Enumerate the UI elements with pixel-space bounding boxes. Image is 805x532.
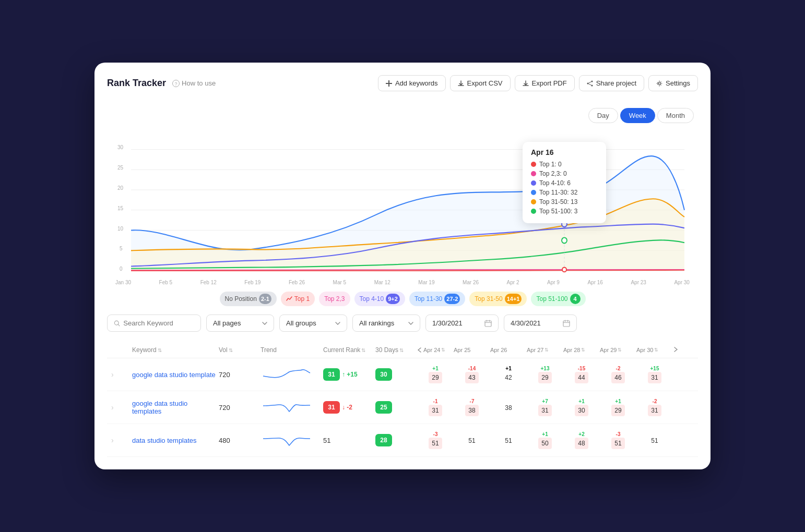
how-to-use-button[interactable]: ? How to use (172, 79, 216, 87)
days30-col-header[interactable]: 30 Days ⇅ (375, 346, 417, 354)
download-pdf-icon (523, 80, 529, 87)
table-row: › data studio templates 480 51 28 -3 51 (107, 424, 698, 457)
tooltip-date: Apr 16 (531, 148, 598, 156)
svg-text:15: 15 (117, 205, 123, 211)
share-icon (587, 80, 593, 87)
legend-top1130[interactable]: Top 11-30 27-2 (409, 292, 465, 306)
svg-rect-3 (386, 83, 392, 84)
current-rank-2: 31 (323, 401, 340, 414)
days30-2: 25 (375, 401, 392, 414)
legend-top3150[interactable]: Top 31-50 14+1 (469, 292, 527, 306)
chart-wrapper: 0 5 10 15 20 25 30 (115, 131, 690, 277)
tooltip-dot-top410 (531, 180, 536, 186)
chart-tooltip: Apr 16 Top 1: 0 Top 2,3: 0 Top 4-10: 6 T… (523, 142, 606, 223)
x-axis: Jan 30 Feb 5 Feb 12 Feb 19 Feb 26 Mar 5 … (107, 277, 698, 285)
keyword-table: Keyword ⇅ Vol ⇅ Trend Current Rank ⇅ 30 … (107, 342, 698, 457)
current-rank-1: 31 (323, 368, 340, 381)
header: Rank Tracker ? How to use Add keywords E… (107, 75, 698, 91)
keyword-link-3[interactable]: data studio templates (132, 437, 219, 444)
chevron-down-groups-icon (335, 322, 340, 325)
month-button[interactable]: Month (657, 108, 694, 123)
filters-row: All pages All groups All rankings 1/30/2… (107, 315, 698, 332)
svg-text:25: 25 (117, 165, 123, 171)
pages-filter[interactable]: All pages (206, 315, 274, 332)
svg-rect-31 (485, 321, 491, 327)
svg-text:5: 5 (120, 246, 123, 251)
table-row: › google data studio template 720 31 ↑ +… (107, 358, 698, 391)
search-input[interactable] (123, 319, 194, 327)
chart-section: Day Week Month 0 5 10 15 20 25 30 (107, 100, 698, 306)
calendar-from-icon (484, 320, 492, 327)
period-controls: Day Week Month (107, 108, 698, 123)
tooltip-dot-top1 (531, 162, 536, 167)
date-from-input[interactable]: 1/30/2021 (425, 315, 499, 332)
sparkline-2 (261, 398, 313, 414)
download-csv-icon (458, 80, 464, 87)
vol-col-header[interactable]: Vol ⇅ (219, 346, 261, 354)
tooltip-dot-top23 (531, 171, 536, 176)
week-button[interactable]: Week (620, 108, 655, 123)
svg-text:10: 10 (117, 225, 123, 231)
chevron-down-rankings-icon (408, 322, 413, 325)
legend-top51100[interactable]: Top 51-100 4 (531, 292, 585, 306)
header-left: Rank Tracker ? How to use (107, 78, 216, 89)
tooltip-row-top1: Top 1: 0 (531, 161, 598, 168)
current-rank-3: 51 (323, 437, 330, 444)
tooltip-row-top51100: Top 51-100: 3 (531, 208, 598, 215)
svg-point-5 (587, 82, 588, 84)
keyword-link-1[interactable]: google data studio template (132, 371, 219, 379)
tooltip-row-top3150: Top 31-50: 13 (531, 198, 598, 205)
day-button[interactable]: Day (588, 108, 618, 123)
share-project-button[interactable]: Share project (579, 75, 644, 91)
export-pdf-button[interactable]: Export PDF (515, 75, 575, 91)
row-expand-1[interactable]: › (111, 370, 132, 379)
legend-top410[interactable]: Top 4-10 9+2 (354, 292, 405, 306)
search-box[interactable] (107, 315, 201, 332)
app-title: Rank Tracker (107, 78, 166, 89)
rank-col-header[interactable]: Current Rank ⇅ (323, 346, 375, 354)
legend-top1[interactable]: Top 1 (281, 292, 315, 306)
row-expand-2[interactable]: › (111, 403, 132, 412)
help-icon: ? (172, 80, 180, 87)
nav-prev[interactable]: Apr 24 ⇅ (417, 346, 454, 354)
svg-point-29 (562, 268, 566, 272)
table-header: Keyword ⇅ Vol ⇅ Trend Current Rank ⇅ 30 … (107, 342, 698, 358)
svg-line-8 (588, 83, 591, 85)
settings-button[interactable]: Settings (648, 75, 698, 91)
svg-point-9 (658, 82, 660, 84)
svg-text:?: ? (175, 81, 177, 87)
header-buttons: Add keywords Export CSV Export PDF Share… (378, 75, 698, 91)
tooltip-row-top1130: Top 11-30: 32 (531, 189, 598, 196)
plus-icon (386, 80, 392, 87)
tooltip-row-top410: Top 4-10: 6 (531, 179, 598, 187)
svg-line-7 (588, 81, 591, 83)
svg-text:30: 30 (117, 144, 123, 150)
days30-1: 30 (375, 368, 392, 381)
svg-point-28 (562, 238, 567, 244)
next-icon[interactable] (673, 347, 678, 352)
sparkline-3 (261, 431, 313, 447)
main-card: Rank Tracker ? How to use Add keywords E… (94, 63, 711, 469)
keyword-col-header[interactable]: Keyword ⇅ (132, 346, 219, 354)
trend-icon (286, 296, 292, 301)
export-csv-button[interactable]: Export CSV (450, 75, 511, 91)
tooltip-dot-top1130 (531, 190, 536, 195)
add-keywords-button[interactable]: Add keywords (378, 75, 446, 91)
tooltip-row-top23: Top 2,3: 0 (531, 170, 598, 177)
keyword-link-2[interactable]: google data studio templates (132, 400, 219, 415)
svg-text:20: 20 (117, 185, 123, 191)
tooltip-dot-top51100 (531, 209, 536, 214)
calendar-to-icon (563, 320, 570, 327)
legend-top23[interactable]: Top 2,3 (319, 292, 350, 306)
row-expand-3[interactable]: › (111, 436, 132, 444)
date-to-input[interactable]: 4/30/2021 (504, 315, 577, 332)
chevron-down-icon (262, 322, 267, 325)
sparkline-1 (261, 366, 313, 381)
tooltip-dot-top3150 (531, 199, 536, 204)
rankings-filter[interactable]: All rankings (352, 315, 420, 332)
gear-icon (656, 80, 662, 87)
groups-filter[interactable]: All groups (279, 315, 347, 332)
prev-icon (417, 347, 422, 353)
search-icon (114, 320, 120, 327)
legend-no-position[interactable]: No Position 2-1 (220, 292, 277, 306)
